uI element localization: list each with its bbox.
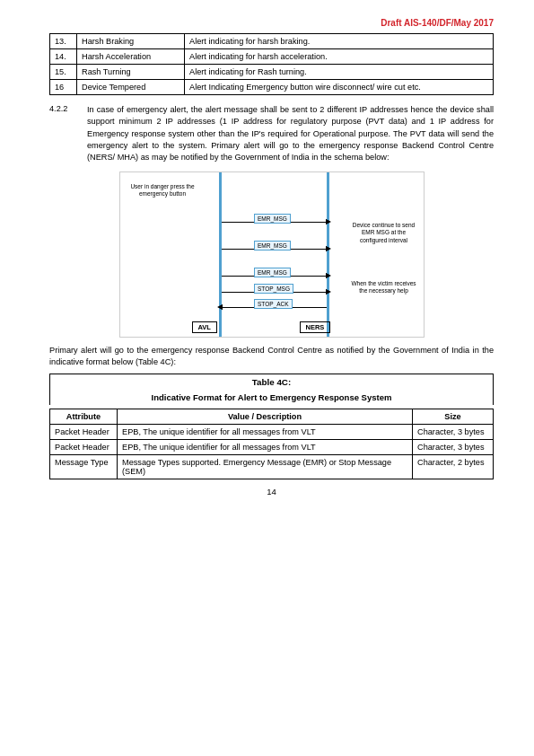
row-name: Rash Turning: [77, 65, 185, 80]
row-name: Harsh Acceleration: [77, 49, 185, 65]
table-row: Message Type Message Types supported. Em…: [50, 455, 494, 479]
row-num: 15.: [50, 65, 77, 80]
attr-cell: Packet Header: [50, 425, 118, 440]
diagram-msg-label: STOP_ACK: [254, 299, 293, 309]
val-cell: EPB, The unique identifier for all messa…: [118, 425, 413, 440]
diagram-msg-label: EMR_MSG: [254, 268, 291, 277]
row-name: Harsh Braking: [77, 34, 185, 49]
val-cell: EPB, The unique identifier for all messa…: [118, 440, 413, 455]
ners-line: [327, 172, 329, 338]
column-header: Attribute: [50, 409, 118, 425]
table-row: 14. Harsh Acceleration Alert indicating …: [50, 49, 494, 65]
size-cell: Character, 2 bytes: [413, 455, 494, 479]
row-desc: Alert indicating for harsh acceleration.: [185, 49, 494, 65]
user-label: User in danger press the emergency butto…: [125, 183, 201, 198]
table-row: 16 Device Tempered Alert Indicating Emer…: [50, 80, 494, 95]
table-row: 15. Rash Turning Alert indicating for Ra…: [50, 65, 494, 80]
table-row: 13. Harsh Braking Alert indicating for h…: [50, 34, 494, 49]
ners-box: NERS: [300, 321, 331, 333]
table-subtitle: Indicative Format for Alert to Emergency…: [49, 390, 494, 405]
section-number: 4.2.2: [49, 104, 87, 164]
avl-line: [219, 172, 222, 338]
table-4c: AttributeValue / DescriptionSize Packet …: [49, 409, 494, 479]
diagram-msg-label: STOP_MSG: [254, 284, 293, 294]
row-num: 13.: [50, 34, 77, 49]
row-desc: Alert Indicating Emergency button wire d…: [185, 80, 494, 95]
table-4c-container: Table 4C: Indicative Format for Alert to…: [49, 374, 494, 479]
diagram-arrowhead: [326, 219, 331, 224]
row-num: 16: [50, 80, 77, 95]
table-title: Table 4C:: [49, 374, 494, 390]
document-header: Draft AIS-140/DF/May 2017: [49, 18, 494, 28]
table-header-row: AttributeValue / DescriptionSize: [50, 409, 494, 425]
row-num: 14.: [50, 49, 77, 65]
emergency-diagram: User in danger press the emergency butto…: [119, 171, 425, 338]
attr-cell: Message Type: [50, 455, 118, 479]
table-row: Packet Header EPB, The unique identifier…: [50, 425, 494, 440]
diagram-msg-label: EMR_MSG: [254, 241, 291, 251]
row-desc: Alert indicating for Rash turning.: [185, 65, 494, 80]
diagram-arrowhead: [217, 304, 223, 310]
avl-box: AVL: [192, 321, 217, 333]
para-after-diagram: Primary alert will go to the emergency r…: [49, 345, 494, 369]
size-cell: Character, 3 bytes: [413, 440, 494, 455]
size-cell: Character, 3 bytes: [413, 425, 494, 440]
section-text: In case of emergency alert, the alert me…: [87, 104, 494, 164]
diagram-arrowhead: [326, 273, 331, 278]
alert-types-table: 13. Harsh Braking Alert indicating for h…: [49, 33, 494, 95]
column-header: Size: [413, 409, 494, 425]
row-desc: Alert indicating for harsh braking.: [185, 34, 494, 49]
attr-cell: Packet Header: [50, 440, 118, 455]
page-number: 14: [49, 487, 494, 497]
diagram-arrowhead: [326, 246, 331, 251]
row-name: Device Tempered: [77, 80, 185, 95]
diagram-msg-label: EMR_MSG: [254, 214, 291, 224]
val-cell: Message Types supported. Emergency Messa…: [118, 455, 413, 479]
column-header: Value / Description: [118, 409, 413, 425]
section-4-2-2: 4.2.2 In case of emergency alert, the al…: [49, 104, 494, 164]
table-row: Packet Header EPB, The unique identifier…: [50, 440, 494, 455]
victim-label: When the victim receives the necessary h…: [348, 280, 420, 295]
device-label: Device continue to send EMR MSG at the c…: [348, 222, 420, 244]
diagram-arrowhead: [326, 289, 331, 294]
